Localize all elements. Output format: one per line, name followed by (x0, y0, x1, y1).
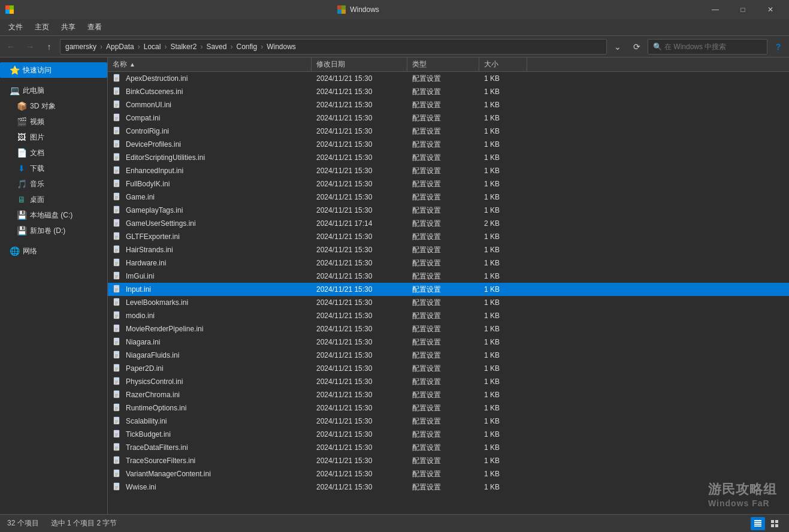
file-type: 配置设置 (407, 349, 479, 362)
view-tiles-button[interactable] (767, 517, 782, 530)
breadcrumb-gamersky[interactable]: gamersky (65, 43, 96, 51)
svg-rect-2 (5, 10, 10, 14)
dropdown-button[interactable]: ⌄ (609, 39, 626, 55)
col-header-name[interactable]: 名称 ▲ (108, 58, 312, 71)
file-name: RuntimeOptions.ini (108, 401, 312, 415)
table-row[interactable]: LevelBookmarks.ini 2024/11/21 15:30 配置设置… (108, 296, 789, 309)
table-row[interactable]: TraceSourceFilters.ini 2024/11/21 15:30 … (108, 454, 789, 467)
table-row[interactable]: BinkCutscenes.ini 2024/11/21 15:30 配置设置 … (108, 85, 789, 98)
file-size: 1 KB (479, 283, 527, 296)
file-list-body[interactable]: ApexDestruction.ini 2024/11/21 15:30 配置设… (108, 72, 789, 514)
table-row[interactable]: Game.ini 2024/11/21 15:30 配置设置 1 KB (108, 191, 789, 204)
table-row[interactable]: TraceDataFilters.ini 2024/11/21 15:30 配置… (108, 441, 789, 454)
window-title: Windows (350, 5, 379, 14)
file-type: 配置设置 (407, 217, 479, 230)
table-row[interactable]: GameplayTags.ini 2024/11/21 15:30 配置设置 1… (108, 204, 789, 217)
col-header-date[interactable]: 修改日期 (312, 58, 407, 71)
sidebar-item-pictures[interactable]: 🖼 图片 (0, 129, 107, 145)
file-area: 名称 ▲ 修改日期 类型 大小 ApexDestruction.in (108, 58, 789, 514)
sidebar-item-drive-c[interactable]: 💾 本地磁盘 (C:) (0, 207, 107, 223)
sidebar-item-this-pc[interactable]: 💻 此电脑 (0, 83, 107, 98)
address-bar: ← → ↑ gamersky › AppData › Local › Stalk… (0, 36, 789, 58)
sidebar-item-documents[interactable]: 📄 文档 (0, 145, 107, 161)
table-row[interactable]: Niagara.ini 2024/11/21 15:30 配置设置 1 KB (108, 335, 789, 349)
forward-button[interactable]: → (22, 39, 38, 55)
table-row[interactable]: Paper2D.ini 2024/11/21 15:30 配置设置 1 KB (108, 362, 789, 375)
sidebar-item-network[interactable]: 🌐 网络 (0, 243, 107, 259)
up-button[interactable]: ↑ (41, 39, 58, 55)
view-details-button[interactable] (751, 517, 765, 530)
table-row[interactable]: GameUserSettings.ini 2024/11/21 17:14 配置… (108, 217, 789, 230)
refresh-button[interactable]: ⟳ (628, 39, 645, 55)
file-icon (113, 100, 122, 110)
file-icon (113, 245, 122, 255)
file-type: 配置设置 (407, 270, 479, 283)
table-row[interactable]: PhysicsControl.ini 2024/11/21 15:30 配置设置… (108, 375, 789, 388)
table-row[interactable]: VariantManagerContent.ini 2024/11/21 15:… (108, 467, 789, 480)
sidebar-item-quick-access[interactable]: ⭐ 快速访问 (0, 62, 107, 78)
table-row[interactable]: EditorScriptingUtilities.ini 2024/11/21 … (108, 151, 789, 164)
table-row[interactable]: EnhancedInput.ini 2024/11/21 15:30 配置设置 … (108, 164, 789, 177)
search-input[interactable] (664, 43, 762, 51)
breadcrumb-config[interactable]: Config (236, 43, 257, 51)
table-row[interactable]: Scalability.ini 2024/11/21 15:30 配置设置 1 … (108, 415, 789, 428)
file-size: 1 KB (479, 270, 527, 283)
search-box[interactable]: 🔍 (648, 39, 767, 55)
sidebar-item-music[interactable]: 🎵 音乐 (0, 176, 107, 192)
file-size: 1 KB (479, 309, 527, 322)
file-type: 配置设置 (407, 415, 479, 428)
table-row[interactable]: DeviceProfiles.ini 2024/11/21 15:30 配置设置… (108, 138, 789, 151)
menu-view[interactable]: 查看 (81, 20, 108, 35)
file-icon (113, 337, 122, 347)
breadcrumb-saved[interactable]: Saved (206, 43, 226, 51)
table-row[interactable]: MovieRenderPipeline.ini 2024/11/21 15:30… (108, 322, 789, 335)
file-icon (113, 364, 122, 373)
maximize-button[interactable]: □ (729, 0, 757, 19)
svg-rect-114 (114, 351, 119, 353)
breadcrumb-stalker2[interactable]: Stalker2 (170, 43, 197, 51)
table-row[interactable]: TickBudget.ini 2024/11/21 15:30 配置设置 1 K… (108, 428, 789, 441)
minimize-button[interactable]: — (702, 0, 729, 19)
table-row[interactable]: Wwise.ini 2024/11/21 15:30 配置设置 1 KB (108, 480, 789, 494)
help-button[interactable]: ? (770, 39, 787, 55)
table-row[interactable]: RuntimeOptions.ini 2024/11/21 15:30 配置设置… (108, 401, 789, 415)
table-row[interactable]: HairStrands.ini 2024/11/21 15:30 配置设置 1 … (108, 243, 789, 256)
col-header-type[interactable]: 类型 (407, 58, 479, 71)
breadcrumb-windows[interactable]: Windows (267, 43, 296, 51)
table-row[interactable]: NiagaraFluids.ini 2024/11/21 15:30 配置设置 … (108, 349, 789, 362)
file-type: 配置设置 (407, 164, 479, 177)
file-size: 1 KB (479, 85, 527, 98)
table-row[interactable]: modio.ini 2024/11/21 15:30 配置设置 1 KB (108, 309, 789, 322)
table-row[interactable]: CommonUI.ini 2024/11/21 15:30 配置设置 1 KB (108, 98, 789, 111)
sidebar-item-3d[interactable]: 📦 3D 对象 (0, 98, 107, 114)
file-date: 2024/11/21 15:30 (312, 375, 407, 388)
table-row[interactable]: GLTFExporter.ini 2024/11/21 15:30 配置设置 1… (108, 230, 789, 243)
sidebar-item-downloads[interactable]: ⬇ 下载 (0, 161, 107, 176)
file-name: TickBudget.ini (108, 428, 312, 441)
table-row[interactable]: Hardware.ini 2024/11/21 15:30 配置设置 1 KB (108, 256, 789, 270)
sidebar-item-drive-d[interactable]: 💾 新加卷 (D:) (0, 223, 107, 238)
table-row[interactable]: ControlRig.ini 2024/11/21 15:30 配置设置 1 K… (108, 125, 789, 138)
breadcrumb-appdata[interactable]: AppData (106, 43, 134, 51)
table-row[interactable]: Compat.ini 2024/11/21 15:30 配置设置 1 KB (108, 111, 789, 125)
table-row[interactable]: RazerChroma.ini 2024/11/21 15:30 配置设置 1 … (108, 388, 789, 401)
close-button[interactable]: ✕ (757, 0, 784, 19)
sidebar-label-quick-access: 快速访问 (23, 65, 52, 75)
menu-file[interactable]: 文件 (2, 20, 29, 35)
file-name: VariantManagerContent.ini (108, 467, 312, 480)
table-row[interactable]: Input.ini 2024/11/21 15:30 配置设置 1 KB (108, 283, 789, 296)
table-row[interactable]: FullBodyIK.ini 2024/11/21 15:30 配置设置 1 K… (108, 177, 789, 191)
col-header-size[interactable]: 大小 (479, 58, 527, 71)
sidebar-item-video[interactable]: 🎬 视频 (0, 114, 107, 129)
file-icon (113, 74, 122, 83)
menu-share[interactable]: 共享 (55, 20, 81, 35)
sidebar-item-desktop[interactable]: 🖥 桌面 (0, 192, 107, 207)
breadcrumb-local[interactable]: Local (144, 43, 161, 51)
file-list-header: 名称 ▲ 修改日期 类型 大小 (108, 58, 789, 72)
menu-home[interactable]: 主页 (29, 20, 55, 35)
breadcrumb[interactable]: gamersky › AppData › Local › Stalker2 › … (60, 39, 607, 55)
back-button[interactable]: ← (2, 39, 19, 55)
table-row[interactable]: ApexDestruction.ini 2024/11/21 15:30 配置设… (108, 72, 789, 85)
table-row[interactable]: ImGui.ini 2024/11/21 15:30 配置设置 1 KB (108, 270, 789, 283)
file-type: 配置设置 (407, 98, 479, 111)
